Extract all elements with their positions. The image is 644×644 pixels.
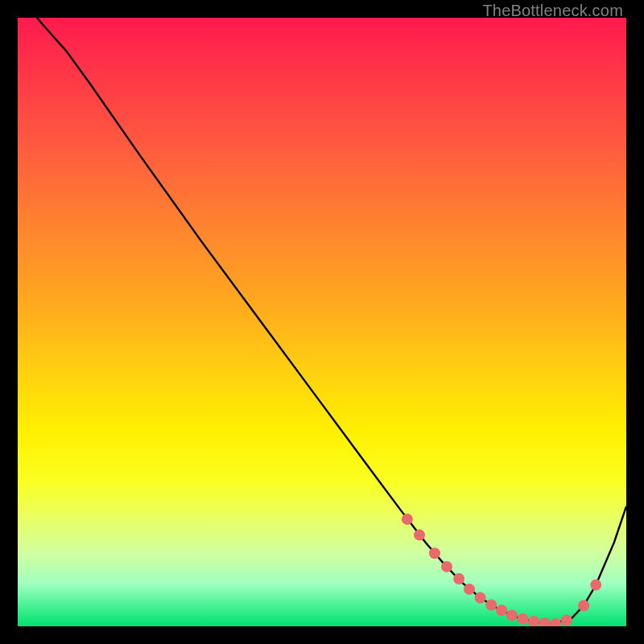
marker-dot [550, 618, 561, 626]
marker-dot [496, 605, 507, 616]
chart-overlay [18, 18, 626, 626]
curve-line [18, 18, 626, 624]
marker-dot [578, 600, 589, 611]
marker-dot [528, 616, 539, 626]
marker-dot [485, 600, 497, 611]
marker-dot [561, 614, 572, 625]
marker-dot [475, 592, 486, 604]
attribution-label: TheBottleneck.com [482, 2, 623, 20]
marker-dot [506, 609, 518, 621]
marker-dot [539, 617, 551, 626]
marker-dot [429, 547, 440, 559]
marker-dot [414, 530, 425, 541]
marker-dot [453, 573, 464, 584]
marker-dot [441, 561, 452, 572]
marker-dot [590, 580, 601, 591]
marker-dot [518, 613, 529, 625]
marker-dot [464, 584, 475, 595]
marker-group [402, 514, 601, 626]
marker-dot [402, 514, 413, 525]
